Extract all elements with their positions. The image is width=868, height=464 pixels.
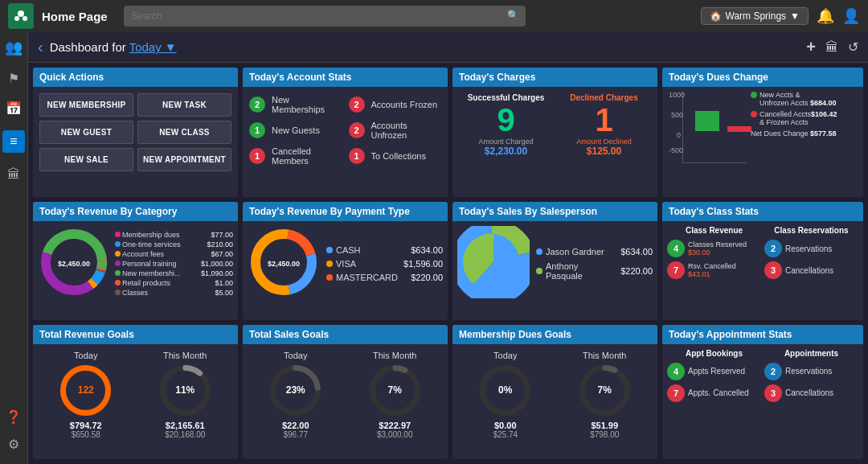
declined-charges-label: Declined Charges xyxy=(557,93,651,102)
successful-charges-label: Successful Charges xyxy=(459,93,553,102)
refresh-button[interactable]: ↺ xyxy=(848,39,858,55)
dues-change-header: Today's Dues Change xyxy=(662,68,863,87)
location-label: Warm Springs xyxy=(726,10,787,22)
total-revenue-goals-card: Total Revenue Goals Today 122 $794.72 $6… xyxy=(33,325,238,459)
user-icon[interactable]: 👤 xyxy=(842,7,860,25)
stat-badge-red: 2 xyxy=(349,96,365,113)
dashboard-title: Dashboard for Today ▼ xyxy=(50,40,177,54)
membership-dues-goals-header: Membership Dues Goals xyxy=(452,325,657,344)
sales-salesperson-card: Today's Sales By Salesperson xyxy=(452,202,657,319)
app-title: Home Page xyxy=(42,10,108,23)
bell-icon[interactable]: 🔔 xyxy=(817,7,834,25)
back-button[interactable]: ‹ xyxy=(38,38,43,56)
archive-button[interactable]: 🏛 xyxy=(825,40,838,55)
class-stats-header: Today's Class Stats xyxy=(662,202,863,221)
sales-salesperson-header: Today's Sales By Salesperson xyxy=(452,202,657,221)
amount-declined-label: Amount Declined xyxy=(557,138,651,146)
dues-change-card: Today's Dues Change 1000 500 0 -500 xyxy=(662,68,863,197)
amount-charged-label: Amount Charged xyxy=(459,138,553,146)
class-stats-card: Today's Class Stats Class Revenue 4 Clas… xyxy=(662,202,863,319)
chevron-down-icon: ▼ xyxy=(790,10,800,22)
new-class-button[interactable]: NEW CLASS xyxy=(137,121,231,144)
account-stats-card: Today's Account Stats 2 New Memberships … xyxy=(243,68,448,197)
declined-count: 1 xyxy=(557,102,651,138)
nav-right: 🏠 Warm Springs ▼ 🔔 👤 xyxy=(701,7,860,25)
sidebar-icon-settings[interactable]: ⚙ xyxy=(8,437,19,452)
sidebar-icon-building[interactable]: 🏛 xyxy=(7,167,20,182)
quick-actions-card: Quick Actions NEW MEMBERSHIP NEW TASK NE… xyxy=(33,68,238,197)
sidebar-icon-flag[interactable]: ⚑ xyxy=(8,71,19,86)
svg-point-1 xyxy=(14,16,19,21)
sidebar-icon-list[interactable]: ≡ xyxy=(2,130,25,153)
total-sales-goals-header: Total Sales Goals xyxy=(243,325,448,344)
new-membership-button[interactable]: NEW MEMBERSHIP xyxy=(39,93,133,117)
charges-card: Today's Charges Successful Charges 9 Amo… xyxy=(452,68,657,197)
app-logo xyxy=(8,3,34,29)
location-selector[interactable]: 🏠 Warm Springs ▼ xyxy=(701,7,809,25)
total-revenue-goals-header: Total Revenue Goals xyxy=(33,325,238,344)
new-sale-button[interactable]: NEW SALE xyxy=(39,148,133,171)
revenue-payment-header: Today's Revenue By Payment Type xyxy=(243,202,448,221)
svg-point-0 xyxy=(18,10,24,17)
today-dropdown[interactable]: Today ▼ xyxy=(129,40,177,54)
add-widget-button[interactable]: + xyxy=(806,38,816,56)
new-appointment-button[interactable]: NEW APPOINTMENT xyxy=(137,148,231,171)
account-stats-header: Today's Account Stats xyxy=(243,68,448,87)
search-input[interactable] xyxy=(124,6,526,27)
new-guest-button[interactable]: NEW GUEST xyxy=(39,121,133,144)
sidebar-icon-help[interactable]: ❓ xyxy=(6,409,22,425)
revenue-category-header: Today's Revenue By Category xyxy=(33,202,238,221)
revenue-payment-card: Today's Revenue By Payment Type $2,450.0… xyxy=(243,202,448,319)
amount-declined: $125.00 xyxy=(557,146,651,157)
appointment-stats-card: Today's Appointment Stats Appt Bookings … xyxy=(662,325,863,459)
search-icon: 🔍 xyxy=(507,10,519,21)
sidebar-icon-people[interactable]: 👥 xyxy=(5,39,23,56)
total-sales-goals-card: Total Sales Goals Today 23% $22.00 $96.7… xyxy=(243,325,448,459)
amount-charged: $2,230.00 xyxy=(459,146,553,157)
new-task-button[interactable]: NEW TASK xyxy=(137,93,231,117)
successful-count: 9 xyxy=(459,102,553,138)
home-icon: 🏠 xyxy=(710,10,722,22)
appointment-stats-header: Today's Appointment Stats xyxy=(662,325,863,344)
quick-actions-header: Quick Actions xyxy=(33,68,238,87)
stat-badge-green: 2 xyxy=(249,96,265,113)
membership-dues-goals-card: Membership Dues Goals Today 0% $0.00 $25… xyxy=(452,325,657,459)
revenue-category-card: Today's Revenue By Category $2,450.00 xyxy=(33,202,238,319)
charges-header: Today's Charges xyxy=(452,68,657,87)
sidebar-icon-calendar[interactable]: 📅 xyxy=(6,101,22,116)
svg-point-2 xyxy=(23,16,27,21)
